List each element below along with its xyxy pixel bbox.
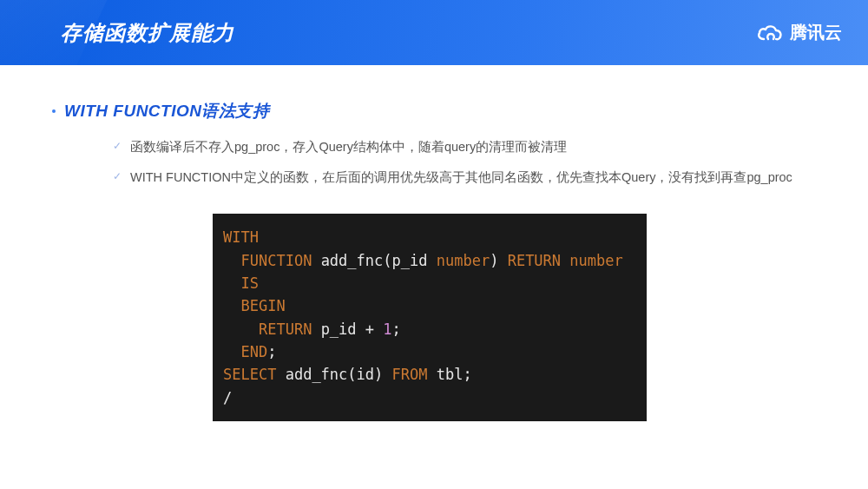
code-semi: ; (267, 343, 276, 360)
code-id: id (357, 366, 374, 383)
code-kw-return: RETURN (259, 320, 312, 338)
check-icon: ✓ (113, 140, 122, 152)
code-kw-is: IS (240, 274, 258, 292)
code-lparen: ( (383, 252, 391, 269)
code-semi: ; (463, 366, 471, 383)
code-lparen: ( (347, 366, 356, 383)
list-item: ✓ 函数编译后不存入pg_proc，存入Query结构体中，随着query的清理… (113, 136, 807, 158)
code-fn-name: add_fnc (321, 252, 384, 269)
code-type: number (437, 252, 490, 269)
bullet-dot-icon (52, 109, 56, 113)
check-icon: ✓ (113, 170, 122, 182)
code-fn-name: add_fnc (286, 366, 348, 383)
code-rparen: ) (490, 252, 498, 269)
cloud-icon (757, 23, 783, 43)
bullet-list: ✓ 函数编译后不存入pg_proc，存入Query结构体中，随着query的清理… (113, 136, 807, 188)
code-kw-from: FROM (392, 366, 428, 383)
code-semi: ; (392, 320, 401, 338)
code-type: number (569, 252, 622, 269)
code-slash: / (223, 389, 232, 406)
slide-content: WITH FUNCTION语法支持 ✓ 函数编译后不存入pg_proc，存入Qu… (0, 65, 868, 489)
page-title: 存储函数扩展能力 (61, 19, 234, 47)
bullet-text: 函数编译后不存入pg_proc，存入Query结构体中，随着query的清理而被… (130, 136, 567, 158)
code-param: p_id (392, 252, 428, 269)
code-kw-with: WITH (223, 228, 259, 246)
slide-header: 存储函数扩展能力 腾讯云 (0, 0, 868, 65)
code-kw-return: RETURN (508, 252, 561, 269)
section-title: WITH FUNCTION语法支持 (64, 100, 269, 122)
list-item: ✓ WITH FUNCTION中定义的函数，在后面的调用优先级高于其他同名函数，… (113, 167, 807, 188)
code-tbl: tbl (437, 366, 464, 383)
brand: 腾讯云 (757, 21, 842, 44)
code-kw-select: SELECT (223, 366, 276, 383)
code-kw-begin: BEGIN (240, 297, 285, 314)
code-var: p_id (321, 320, 357, 338)
code-kw-function: FUNCTION (240, 252, 312, 269)
code-rparen: ) (374, 366, 383, 383)
code-kw-end: END (240, 343, 267, 360)
brand-label: 腾讯云 (790, 21, 842, 44)
code-op-plus: + (365, 320, 374, 338)
section-heading-row: WITH FUNCTION语法支持 (52, 100, 807, 122)
code-block: WITH FUNCTION add_fnc(p_id number) RETUR… (213, 214, 647, 421)
code-num: 1 (383, 320, 391, 338)
bullet-text: WITH FUNCTION中定义的函数，在后面的调用优先级高于其他同名函数，优先… (130, 167, 792, 188)
